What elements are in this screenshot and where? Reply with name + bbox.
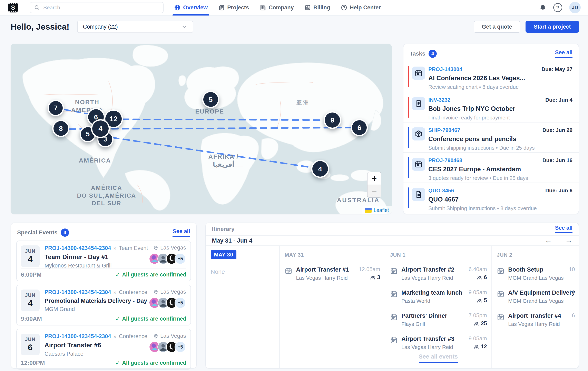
itinerary-event-row[interactable]: Marketing team lunch Pasta World 9.05am … bbox=[390, 285, 487, 308]
map-cluster-marker[interactable]: 4 bbox=[91, 119, 110, 138]
task-due-date: Due: May 27 bbox=[541, 66, 572, 73]
app-logo-letter: S bbox=[11, 4, 15, 11]
leaflet-link[interactable]: Leaflet bbox=[374, 207, 389, 213]
nav-tab-help-center[interactable]: Help Center bbox=[341, 0, 381, 15]
event-title: Airport Transfer #6 bbox=[44, 342, 129, 349]
day-chip-active[interactable]: MAY 30 bbox=[211, 250, 236, 259]
tasks-see-all-link[interactable]: See all bbox=[555, 49, 572, 58]
see-all-events-label: See all events bbox=[419, 353, 458, 360]
itinerary-event-row[interactable]: Airport Transfer #3 Las Vegas Harry Reid… bbox=[390, 331, 487, 354]
world-map[interactable]: NORTH AMERICA EUROPE 亚洲 AFRIKA / أفريقيا… bbox=[10, 44, 392, 214]
event-project-link[interactable]: PROJ-14300-423454-2304 bbox=[44, 333, 111, 339]
zoom-out-button[interactable]: − bbox=[368, 185, 381, 197]
task-row[interactable]: INV-3232 Bob Jones Trip NYC October Fina… bbox=[403, 92, 579, 122]
nav-tab-label: Company bbox=[269, 4, 294, 11]
nav-tab-projects[interactable]: Projects bbox=[218, 0, 249, 15]
event-month: JUN bbox=[25, 292, 35, 298]
tasks-header: Tasks 4 See all bbox=[403, 44, 579, 62]
itinerary-event-time-clipped: 10 bbox=[569, 266, 575, 273]
more-guests-chip: +5 bbox=[175, 297, 186, 308]
calendar-icon bbox=[412, 67, 425, 80]
task-row[interactable]: PROJ-143004 AI Conference 2026 Las Vegas… bbox=[403, 62, 579, 92]
itinerary-panel: Itinerary See all May 31 - Jun 4 ← → MAY… bbox=[205, 223, 579, 369]
package-icon bbox=[412, 127, 425, 140]
itinerary-event-row[interactable]: Airport Transfer #4 Las Vegas Harry Reid… bbox=[497, 308, 575, 331]
event-card[interactable]: JUN 4 PROJ-14300-423454-2304 » Conferenc… bbox=[16, 285, 191, 326]
attendees-icon bbox=[473, 321, 479, 327]
more-guests-chip: +5 bbox=[175, 253, 186, 265]
check-icon: ✓ bbox=[115, 316, 120, 322]
itinerary-event-row[interactable]: Partners' Dinner Flays Grill 7.05pm 25 bbox=[390, 308, 487, 331]
app-logo[interactable]: S bbox=[8, 3, 18, 12]
nav-tab-label: Overview bbox=[183, 4, 208, 11]
start-project-label: Start a project bbox=[534, 24, 571, 30]
special-events-see-all-link[interactable]: See all bbox=[173, 228, 190, 237]
calendar-icon bbox=[390, 267, 398, 275]
special-events-count-badge: 4 bbox=[61, 228, 69, 237]
itinerary-event-row[interactable]: Airport Transfer #1 Las Vegas Harry Reid… bbox=[285, 262, 380, 285]
task-row[interactable]: QUO-3456 QUO 4667 Submit Shipping Instru… bbox=[403, 182, 579, 213]
itinerary-date-range: May 31 - Jun 4 bbox=[212, 237, 252, 244]
chevrons-right-icon: » bbox=[114, 333, 116, 339]
itinerary-title: Itinerary bbox=[212, 226, 235, 232]
company-selector[interactable]: Company (22) bbox=[77, 21, 193, 33]
map-zoom-control: + − bbox=[367, 172, 381, 198]
calendar-icon bbox=[390, 290, 398, 298]
search-box[interactable] bbox=[30, 2, 164, 13]
itinerary-event-attendees: 3 bbox=[377, 274, 380, 281]
next-week-arrow[interactable]: → bbox=[565, 236, 572, 245]
search-input[interactable] bbox=[43, 4, 159, 11]
itinerary-see-all-link[interactable]: See all bbox=[555, 225, 572, 233]
map-cluster-marker[interactable]: 7 bbox=[48, 100, 64, 116]
chevron-down-icon bbox=[181, 24, 188, 30]
zoom-in-button[interactable]: + bbox=[368, 172, 381, 185]
map-cluster-marker[interactable]: 5 bbox=[202, 91, 219, 108]
itinerary-event-attendees: 12 bbox=[481, 343, 487, 350]
map-cluster-marker[interactable]: 8 bbox=[52, 120, 69, 137]
event-project-link[interactable]: PROJ-14300-423454-2304 bbox=[44, 245, 111, 251]
task-subtitle: Final invoice ready for prepayment bbox=[428, 115, 572, 121]
see-all-events-link[interactable]: See all events bbox=[419, 353, 458, 363]
task-row[interactable]: PROJ-790468 CES 2027 Europe - Amsterdam … bbox=[403, 152, 579, 182]
event-date-tile: JUN 6 bbox=[21, 334, 40, 355]
event-status: All guests are confirmed bbox=[122, 316, 186, 322]
chevrons-right-icon: » bbox=[114, 289, 116, 296]
help-circle-icon[interactable]: ? bbox=[553, 3, 562, 12]
itinerary-event-row[interactable]: Booth Setup MGM Grand Las Vegas 10 bbox=[497, 262, 575, 285]
itinerary-event-venue: Las Vegas Harry Reid bbox=[508, 321, 572, 327]
map-label-europe: EUROPE bbox=[190, 107, 229, 115]
task-row[interactable]: SHIP-790467 Conference pens and pencils … bbox=[403, 122, 579, 152]
guest-avatars: +5 bbox=[149, 253, 186, 265]
itinerary-event-row[interactable]: A/V Equipment Delivery MGM Grand Las Veg… bbox=[497, 285, 575, 308]
event-date-tile: JUN 4 bbox=[21, 245, 40, 267]
prev-week-arrow[interactable]: ← bbox=[545, 236, 552, 245]
map-cluster-marker[interactable]: 6 bbox=[351, 119, 368, 136]
location-pin-icon bbox=[153, 245, 159, 251]
nav-tab-label: Projects bbox=[227, 4, 249, 11]
itinerary-day-column: JUN 2 Booth Setup MGM Grand Las Vegas 10… bbox=[492, 246, 579, 369]
event-card[interactable]: JUN 6 PROJ-14300-423454-2304 » Conferenc… bbox=[16, 329, 191, 370]
day-label: JUN 1 bbox=[390, 250, 487, 259]
user-avatar[interactable]: JD bbox=[569, 2, 581, 13]
map-label-north-america: NORTH AMERICA bbox=[63, 98, 112, 114]
nav-tab-billing[interactable]: Billing bbox=[304, 0, 330, 15]
nav-tab-company[interactable]: Company bbox=[260, 0, 294, 15]
bell-icon[interactable] bbox=[539, 4, 546, 11]
map-cluster-marker[interactable]: 9 bbox=[324, 111, 341, 129]
event-card[interactable]: JUN 4 PROJ-14300-423454-2304 » Team Even… bbox=[16, 241, 191, 281]
task-title: Bob Jones Trip NYC October bbox=[428, 105, 572, 113]
billing-chart-icon bbox=[304, 4, 311, 11]
top-navbar: S Overview Projects Company Billing bbox=[0, 0, 588, 16]
itinerary-day-column: MAY 30 None bbox=[206, 246, 279, 369]
guest-avatars: +5 bbox=[149, 297, 186, 308]
event-day: 6 bbox=[28, 343, 32, 352]
get-quote-button[interactable]: Get a quote bbox=[474, 21, 520, 33]
task-due-date: Due: Jun 6 bbox=[545, 187, 572, 194]
itinerary-event-time: 6.40am bbox=[469, 266, 487, 273]
map-cluster-marker[interactable]: 4 bbox=[311, 160, 329, 178]
event-project-link[interactable]: PROJ-14300-423454-2304 bbox=[44, 289, 111, 296]
itinerary-event-row[interactable]: Airport Transfer #2 Las Vegas Harry Reid… bbox=[390, 262, 487, 285]
event-venue: MGM Grand bbox=[44, 306, 129, 312]
nav-tab-overview[interactable]: Overview bbox=[174, 0, 208, 15]
start-project-button[interactable]: Start a project bbox=[525, 21, 579, 33]
